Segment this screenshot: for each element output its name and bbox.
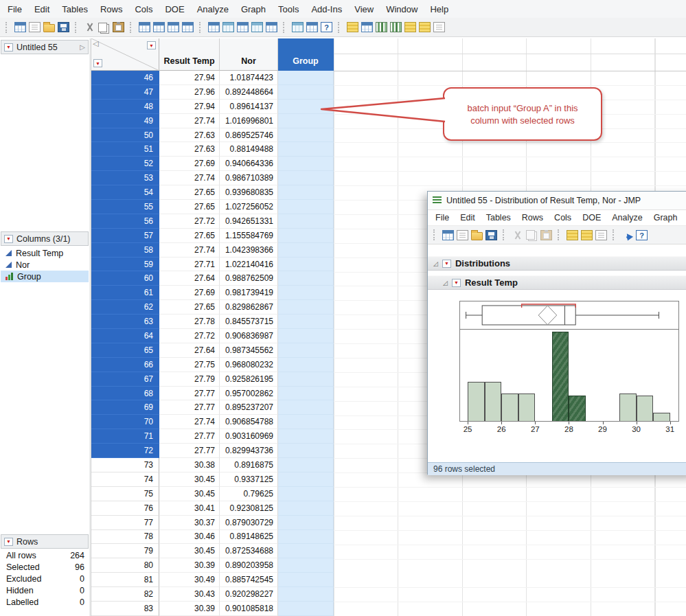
cell-result-temp[interactable]: 27.64 <box>159 271 220 286</box>
selection-pointer-icon[interactable] <box>621 230 633 240</box>
cell-result-temp[interactable]: 27.94 <box>159 71 220 85</box>
cell-nor[interactable]: 0.79625 <box>220 487 278 501</box>
row-number[interactable]: 74 <box>91 472 159 487</box>
select-rows-icon[interactable] <box>222 22 234 32</box>
cell-nor[interactable]: 1.01874423 <box>220 71 278 85</box>
menu-addins[interactable]: Add-Ins <box>305 1 348 17</box>
row-number[interactable]: 51 <box>91 142 159 157</box>
cell-group[interactable] <box>278 71 334 85</box>
cell-nor[interactable]: 0.89614137 <box>220 100 278 114</box>
table-view-icon[interactable] <box>306 22 318 32</box>
cell-group[interactable] <box>278 171 334 185</box>
row-number[interactable]: 71 <box>91 429 159 444</box>
boxplot-frame[interactable] <box>459 301 679 330</box>
cut-icon[interactable] <box>84 22 95 32</box>
column-list-item-nor[interactable]: Nor <box>1 259 89 271</box>
cell-group[interactable] <box>278 100 334 114</box>
table-red-triangle-icon[interactable] <box>4 43 13 52</box>
rows-stat[interactable]: Excluded0 <box>1 573 89 584</box>
histogram-bar[interactable] <box>569 396 586 422</box>
cell-group[interactable] <box>278 472 334 487</box>
menu-graph[interactable]: Graph <box>235 1 272 17</box>
cell-group[interactable] <box>278 602 334 616</box>
cell-group[interactable] <box>278 415 334 429</box>
menu-help[interactable]: Help <box>424 1 455 17</box>
cell-result-temp[interactable]: 30.46 <box>159 530 220 545</box>
copy-icon[interactable] <box>98 23 107 32</box>
cell-result-temp[interactable]: 27.65 <box>159 185 220 200</box>
disclosure-triangle-icon[interactable]: ◿ <box>433 260 438 267</box>
cell-group[interactable] <box>278 358 334 372</box>
menu-edit[interactable]: Edit <box>28 1 56 17</box>
clear-row-states-icon[interactable] <box>237 22 249 32</box>
column-header-group[interactable]: Group <box>278 38 334 71</box>
cell-nor[interactable]: 0.906854788 <box>220 415 278 429</box>
histogram-bar[interactable] <box>637 396 654 422</box>
cell-nor[interactable]: 0.988762509 <box>220 271 278 286</box>
cell-result-temp[interactable]: 27.74 <box>159 415 220 429</box>
cell-group[interactable] <box>278 544 334 558</box>
row-number[interactable]: 55 <box>91 200 159 214</box>
cell-nor[interactable]: 0.890203958 <box>220 558 278 573</box>
cell-result-temp[interactable]: 27.63 <box>159 128 220 143</box>
cell-result-temp[interactable]: 27.64 <box>159 343 220 358</box>
layout-icon[interactable] <box>581 230 593 240</box>
distribution-icon[interactable] <box>376 22 387 32</box>
cell-result-temp[interactable]: 27.65 <box>159 200 220 214</box>
cell-result-temp[interactable]: 27.74 <box>159 114 220 128</box>
row-number[interactable]: 76 <box>91 501 159 516</box>
row-number[interactable]: 83 <box>91 602 159 616</box>
cell-result-temp[interactable]: 27.78 <box>159 315 220 329</box>
histogram-bar[interactable] <box>468 382 485 422</box>
row-number[interactable]: 47 <box>91 85 159 100</box>
histogram-bar[interactable] <box>501 393 518 421</box>
result-temp-red-triangle-icon[interactable] <box>452 279 461 287</box>
cell-group[interactable] <box>278 85 334 100</box>
cell-nor[interactable]: 0.925826195 <box>220 372 278 387</box>
cell-nor[interactable]: 0.829943736 <box>220 444 278 458</box>
row-number[interactable]: 60 <box>91 271 159 286</box>
cell-group[interactable] <box>278 157 334 171</box>
cell-group[interactable] <box>278 229 334 243</box>
cell-nor[interactable]: 0.869525746 <box>220 128 278 143</box>
columns-menu-red-triangle-icon[interactable] <box>147 41 156 49</box>
histogram-bar[interactable] <box>653 413 670 422</box>
column-list-item-result-temp[interactable]: Result Temp <box>1 247 89 259</box>
row-number[interactable]: 73 <box>91 458 159 472</box>
help-icon[interactable] <box>636 230 648 240</box>
cell-result-temp[interactable]: 27.74 <box>159 171 220 185</box>
save-icon[interactable] <box>485 230 497 240</box>
result-temp-outline-header[interactable]: ◿ Result Temp <box>428 275 686 290</box>
cell-result-temp[interactable]: 27.77 <box>159 387 220 401</box>
cell-group[interactable] <box>278 573 334 587</box>
row-number[interactable]: 72 <box>91 444 159 458</box>
open-icon[interactable] <box>471 232 483 240</box>
label-rows-icon[interactable] <box>266 22 277 32</box>
menu-view[interactable]: View <box>348 1 380 17</box>
row-number[interactable]: 57 <box>91 229 159 243</box>
row-number[interactable]: 48 <box>91 100 159 114</box>
cell-nor[interactable]: 0.940664336 <box>220 157 278 171</box>
row-number[interactable]: 82 <box>91 587 159 602</box>
row-number[interactable]: 81 <box>91 573 159 587</box>
row-number[interactable]: 63 <box>91 315 159 329</box>
cell-group[interactable] <box>278 300 334 315</box>
cell-result-temp[interactable]: 30.41 <box>159 501 220 516</box>
split-icon[interactable] <box>168 22 179 32</box>
collapse-panel-icon[interactable]: ▷ <box>80 43 85 51</box>
cell-nor[interactable]: 0.942651331 <box>220 214 278 229</box>
cell-group[interactable] <box>278 530 334 545</box>
cell-nor[interactable]: 0.901085818 <box>220 602 278 616</box>
cell-result-temp[interactable]: 30.39 <box>159 602 220 616</box>
cell-group[interactable] <box>278 128 334 143</box>
cell-nor[interactable]: 0.981739419 <box>220 286 278 300</box>
help-icon[interactable] <box>321 22 332 32</box>
histogram-bar[interactable] <box>485 382 502 422</box>
histogram-frame[interactable] <box>459 329 679 422</box>
row-number[interactable]: 65 <box>91 343 159 358</box>
join-icon[interactable] <box>182 22 194 32</box>
new-data-table-icon[interactable] <box>442 230 454 240</box>
cell-nor[interactable]: 0.986710389 <box>220 171 278 185</box>
row-number[interactable]: 69 <box>91 400 159 415</box>
row-number[interactable]: 54 <box>91 185 159 200</box>
